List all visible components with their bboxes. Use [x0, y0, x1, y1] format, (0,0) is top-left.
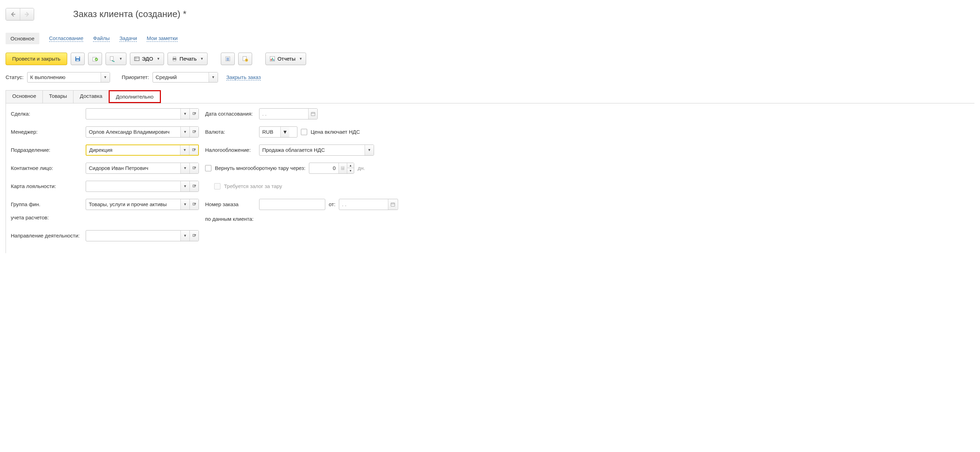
svg-rect-16: [272, 58, 273, 60]
save-button[interactable]: [71, 53, 84, 65]
reports-button[interactable]: Отчеты ▼: [266, 53, 307, 65]
tab-main[interactable]: Основное: [6, 90, 43, 103]
section-main[interactable]: Основное: [6, 33, 39, 44]
post-icon: [92, 56, 98, 62]
open-icon[interactable]: [189, 109, 199, 119]
open-icon[interactable]: [189, 231, 199, 241]
open-icon[interactable]: [189, 199, 199, 210]
fingroup-label2: учета расчетов:: [11, 215, 86, 220]
contact-input[interactable]: Сидоров Иван Петрович ▼: [86, 162, 199, 174]
caret-icon: ▼: [119, 57, 123, 60]
activity-input[interactable]: ▼: [86, 230, 199, 241]
reports-icon: [269, 56, 275, 62]
arrow-right-icon: [24, 11, 30, 18]
fingroup-label1: Группа фин.: [11, 201, 86, 207]
deposit-label: Требуется залог за тару: [224, 183, 282, 189]
manager-input[interactable]: Орлов Александр Владимирович ▼: [86, 126, 199, 138]
return-tare-days-input[interactable]: 0 ▲ ▼: [309, 162, 354, 174]
svg-rect-5: [110, 56, 113, 60]
taxation-input[interactable]: Продажа облагается НДС ▼: [259, 145, 374, 156]
svg-rect-25: [311, 113, 315, 116]
priority-select[interactable]: Средний ▼: [153, 72, 218, 83]
section-files[interactable]: Файлы: [93, 35, 110, 42]
dropdown-icon[interactable]: ▼: [180, 163, 189, 173]
svg-rect-10: [173, 60, 176, 61]
tab-delivery[interactable]: Доставка: [73, 90, 109, 103]
dropdown-icon[interactable]: ▼: [180, 231, 189, 241]
dropdown-icon[interactable]: ▼: [208, 72, 218, 82]
return-tare-label: Вернуть многооборотную тару через:: [215, 165, 305, 171]
calc-icon[interactable]: [339, 163, 347, 173]
status-select[interactable]: К выполнению ▼: [27, 72, 110, 83]
manager-label: Менеджер:: [11, 129, 86, 135]
deal-input[interactable]: ▼: [86, 108, 199, 119]
caret-icon: ▼: [157, 57, 160, 60]
price-includes-vat-label: Цена включает НДС: [311, 129, 360, 135]
dropdown-icon[interactable]: ▼: [364, 145, 374, 155]
schedule-icon: [242, 56, 248, 62]
nav-back-button[interactable]: [6, 8, 20, 20]
svg-rect-9: [173, 57, 176, 58]
list-icon: [224, 56, 231, 62]
approval-date-input[interactable]: . .: [259, 108, 318, 119]
approval-date-label: Дата согласования:: [205, 111, 256, 117]
print-icon: [171, 56, 178, 62]
caret-icon: ▼: [200, 57, 204, 60]
edo-button[interactable]: ЭДО ▼: [130, 53, 164, 65]
currency-label: Валюта:: [205, 129, 256, 135]
nav-forward-button[interactable]: [20, 8, 34, 20]
list-button[interactable]: [221, 53, 235, 65]
return-tare-checkbox[interactable]: [205, 165, 212, 171]
section-tasks[interactable]: Задачи: [119, 35, 137, 42]
open-icon[interactable]: [189, 181, 199, 191]
taxation-label: Налогообложение:: [205, 147, 256, 153]
status-label: Статус:: [6, 74, 24, 80]
section-notes[interactable]: Мои заметки: [146, 35, 178, 42]
priority-label: Приоритет:: [122, 74, 149, 80]
currency-input[interactable]: RUB ▼: [259, 126, 298, 138]
from-label: от:: [329, 201, 336, 207]
open-icon[interactable]: [189, 127, 199, 137]
dropdown-icon[interactable]: ▼: [101, 72, 110, 82]
dept-input[interactable]: Дирекция ▼: [86, 145, 199, 156]
caret-icon: ▼: [299, 57, 303, 60]
tab-additional[interactable]: Дополнительно: [109, 90, 161, 103]
days-label: дн.: [358, 165, 365, 171]
dept-label: Подразделение:: [11, 147, 86, 153]
svg-rect-1: [76, 56, 79, 58]
close-order-link[interactable]: Закрыть заказ: [226, 74, 261, 80]
svg-rect-2: [76, 59, 79, 61]
order-num-label2: по данным клиента:: [205, 216, 256, 222]
spin-down-icon[interactable]: ▼: [347, 168, 354, 173]
order-num-input[interactable]: [259, 199, 325, 210]
svg-point-6: [113, 61, 115, 62]
save-icon: [75, 56, 81, 62]
create-based-on-button[interactable]: ▼: [105, 53, 126, 65]
tab-goods[interactable]: Товары: [43, 90, 74, 103]
dropdown-icon[interactable]: ▼: [180, 127, 189, 137]
dropdown-icon[interactable]: ▼: [180, 109, 189, 119]
post-and-close-button[interactable]: Провести и закрыть: [6, 53, 67, 65]
loyalty-label: Карта лояльности:: [11, 183, 86, 189]
schedule-button[interactable]: [238, 53, 252, 65]
section-approval[interactable]: Согласование: [49, 35, 84, 42]
calendar-icon[interactable]: [308, 109, 317, 119]
svg-rect-27: [391, 203, 395, 206]
spin-up-icon[interactable]: ▲: [347, 163, 354, 168]
open-icon[interactable]: [189, 163, 199, 173]
dropdown-icon[interactable]: ▼: [280, 127, 290, 137]
post-button[interactable]: [88, 53, 102, 65]
print-button[interactable]: Печать ▼: [167, 53, 208, 65]
fingroup-input[interactable]: Товары, услуги и прочие активы ▼: [86, 199, 199, 210]
open-icon[interactable]: [189, 145, 198, 155]
svg-rect-15: [270, 59, 271, 60]
activity-label: Направление деятельности:: [11, 232, 86, 239]
from-date-input[interactable]: . .: [339, 199, 398, 210]
calendar-icon[interactable]: [388, 199, 397, 210]
loyalty-input[interactable]: ▼: [86, 181, 199, 192]
dropdown-icon[interactable]: ▼: [180, 199, 189, 210]
edo-icon: [134, 56, 140, 62]
dropdown-icon[interactable]: ▼: [180, 181, 189, 191]
dropdown-icon[interactable]: ▼: [180, 145, 189, 155]
price-includes-vat-checkbox[interactable]: [301, 129, 307, 135]
